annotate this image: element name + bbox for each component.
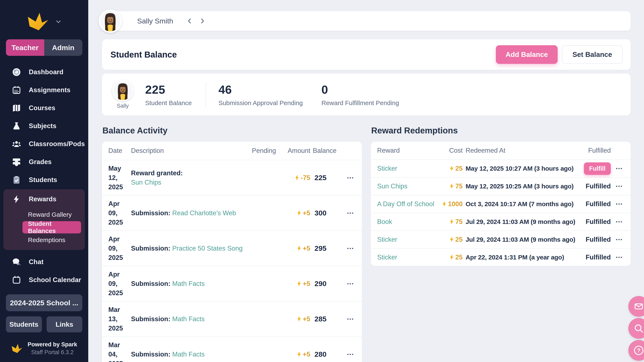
activity-link[interactable]: Math Facts	[172, 351, 205, 358]
bolt-icon	[441, 201, 448, 207]
fulfillment-status: Fulfilled	[580, 182, 611, 190]
reward-redemptions-table: RewardCostRedeemed AtFulfilled Sticker25…	[371, 142, 631, 266]
sidebar-item-students[interactable]: Students	[6, 171, 82, 189]
reward-link[interactable]: Sun Chips	[377, 182, 408, 190]
bolt-icon	[12, 195, 21, 204]
activity-link[interactable]: Math Facts	[172, 280, 205, 287]
reward-redemptions-title: Reward Redemptions	[371, 126, 631, 135]
sidebar-item-grades[interactable]: Grades	[6, 153, 82, 171]
sidebar-item-label: Courses	[29, 104, 55, 112]
sidebar-item-label: Dashboard	[29, 68, 64, 76]
next-student-button[interactable]	[198, 16, 207, 25]
bolt-icon	[296, 351, 302, 358]
table-header-row: RewardCostRedeemed AtFulfilled	[371, 142, 631, 159]
row-menu-button[interactable]	[345, 354, 356, 355]
stat-label: Reward Fulfillment Pending	[322, 99, 399, 107]
row-menu-button[interactable]	[614, 203, 624, 205]
sidebar-item-courses[interactable]: Courses	[6, 99, 82, 117]
table-row: Sticker25Jul 29, 2024 11:03 AM (9 months…	[371, 231, 631, 248]
row-menu-button[interactable]	[614, 168, 624, 169]
sidebar-item-school-calendar[interactable]: School Calendar	[6, 271, 82, 289]
sidebar-item-subjects[interactable]: Subjects	[6, 117, 82, 135]
activity-amount: +5	[278, 245, 310, 252]
row-menu-button[interactable]	[614, 221, 624, 222]
stat-submission-approval-pending: 46Submission Approval Pending	[218, 83, 303, 107]
bolt-icon	[449, 254, 455, 261]
row-menu-button[interactable]	[614, 239, 624, 240]
reward-link[interactable]: Sticker	[377, 236, 397, 243]
search-icon	[633, 323, 644, 334]
column-header-pending: Pending	[252, 147, 276, 155]
redeemed-at: Oct 3, 2024 10:17 AM (7 months ago)	[466, 200, 576, 208]
activity-link[interactable]: Sun Chips	[131, 178, 252, 187]
row-menu-button[interactable]	[345, 213, 356, 214]
column-header-description: Description	[131, 147, 252, 155]
avatar-caption: Sally	[117, 102, 129, 109]
activity-description: Submission: Math Facts	[131, 315, 252, 324]
teacher-toggle-button[interactable]: Teacher	[6, 39, 44, 56]
sidebar-item-assignments[interactable]: Assignments	[6, 81, 82, 99]
add-balance-button[interactable]: Add Balance	[496, 45, 558, 64]
amount-value: +5	[303, 245, 310, 252]
activity-amount: -75	[278, 174, 310, 182]
column-header-reward: Reward	[377, 147, 438, 154]
table-row: May 12, 2025Reward granted:Sun Chips-752…	[102, 160, 362, 195]
activity-date: Mar 13, 2025	[108, 305, 128, 333]
column-header-amount: Amount	[288, 147, 310, 155]
sidebar-item-rewards[interactable]: Rewards	[6, 190, 82, 208]
reward-link[interactable]: A Day Off of School	[377, 200, 434, 208]
amount-value: 25	[456, 236, 463, 243]
redemption-reward: Sun Chips	[377, 182, 438, 190]
bolt-icon	[449, 165, 455, 172]
previous-student-button[interactable]	[185, 16, 194, 25]
sidebar-subitem-redemptions[interactable]: Redemptions	[22, 234, 81, 246]
description-prefix: Submission:	[131, 280, 170, 287]
students-button[interactable]: Students	[6, 316, 42, 333]
school-year-button[interactable]: 2024-2025 School ...	[6, 294, 82, 311]
panel-title: Student Balance	[110, 50, 496, 59]
student-avatar-small	[112, 80, 133, 101]
row-menu-button[interactable]	[614, 186, 624, 187]
people-icon	[12, 139, 21, 149]
admin-toggle-button[interactable]: Admin	[44, 39, 82, 56]
sidebar-item-chat[interactable]: Chat	[6, 253, 82, 271]
stat-divider	[206, 82, 206, 107]
sidebar-subitem-student-balances[interactable]: Student Balances	[22, 221, 81, 233]
clipboard-check-icon	[12, 175, 21, 185]
redemption-reward: Sticker	[377, 165, 438, 172]
row-menu-button[interactable]	[345, 319, 356, 320]
sidebar-subitem-reward-gallery[interactable]: Reward Gallery	[22, 209, 81, 221]
activity-balance: 290	[313, 280, 342, 288]
fulfill-button[interactable]: Fulfill	[584, 162, 611, 175]
redeemed-at: Jul 29, 2024 11:03 AM (9 months ago)	[466, 218, 576, 225]
sidebar-item-classrooms-pods[interactable]: Classrooms/Pods	[6, 135, 82, 153]
rewards-nav-group: Rewards Reward GalleryStudent BalancesRe…	[4, 189, 85, 250]
row-menu-button[interactable]	[614, 257, 624, 258]
links-button[interactable]: Links	[46, 316, 82, 333]
activity-link[interactable]: Math Facts	[172, 315, 205, 323]
reward-link[interactable]: Sticker	[377, 254, 397, 261]
activity-link[interactable]: Read Charlotte's Web	[172, 209, 236, 217]
set-balance-button[interactable]: Set Balance	[562, 45, 623, 64]
app-logo-menu[interactable]	[6, 7, 82, 36]
description-prefix: Submission:	[131, 209, 170, 217]
activity-description: Submission: Math Facts	[131, 279, 252, 288]
redemption-cost: 25	[440, 254, 463, 261]
reward-link[interactable]: Sticker	[377, 165, 397, 172]
activity-description: Submission: Math Facts	[131, 350, 252, 359]
amount-value: 25	[456, 165, 463, 172]
flask-icon	[12, 121, 21, 131]
row-menu-button[interactable]	[345, 283, 356, 284]
row-menu-button[interactable]	[345, 248, 356, 249]
redemption-cost: 75	[440, 218, 463, 226]
powered-by-text: Powered by Spark	[28, 341, 77, 348]
sidebar-item-label: Rewards	[29, 195, 56, 203]
activity-balance: 225	[313, 174, 342, 182]
row-menu-button[interactable]	[345, 177, 356, 178]
column-header-balance: Balance	[313, 147, 342, 155]
activity-link[interactable]: Practice 50 States Song	[172, 245, 243, 252]
sidebar-item-dashboard[interactable]: Dashboard	[6, 63, 82, 81]
amount-value: 75	[456, 182, 463, 190]
reward-link[interactable]: Book	[377, 218, 392, 225]
table-header-row: DateDescriptionPendingAmountBalance	[102, 142, 362, 160]
